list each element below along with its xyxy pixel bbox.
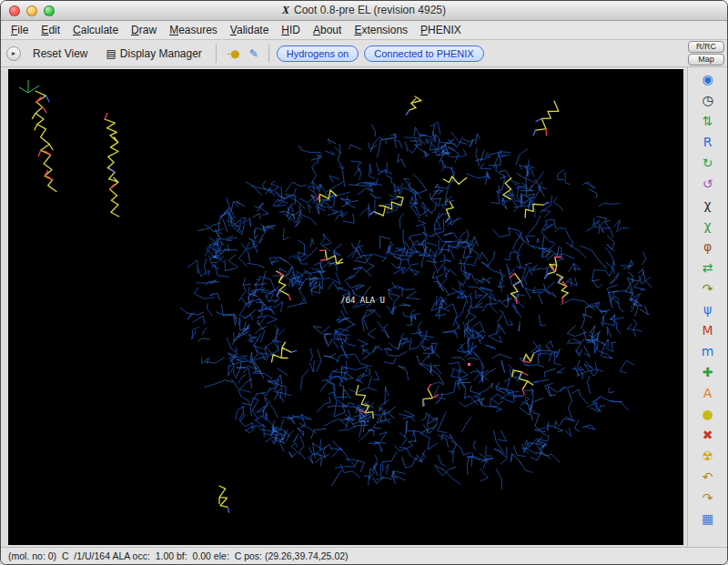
graphics-canvas[interactable]: /64 ALA U [8, 69, 683, 545]
menu-file[interactable]: File [5, 22, 35, 38]
modelling-toolbar: ◉ ◷ ⇅ R ↻ ↺ χ χ φ ⇄ ↷ ψ [687, 67, 727, 547]
regularize-zone-icon[interactable]: ⇅ [692, 110, 724, 131]
titlebar[interactable]: XCoot 0.8-pre EL (revision 4925) [1, 1, 727, 21]
go-to-ligand-icon[interactable]: ✎ [247, 45, 261, 62]
auto-fit-rotamer-icon[interactable]: ↺ [692, 173, 724, 194]
menu-hid[interactable]: HID [275, 22, 307, 38]
toolbar-separator [216, 45, 217, 63]
density-mesh-svg [8, 69, 683, 545]
rotamers-icon[interactable]: χ [692, 194, 724, 215]
display-manager-button[interactable]: ▤ Display Manager [99, 44, 207, 64]
rotate-translate-zone-icon[interactable]: ↻ [692, 152, 724, 173]
flip-peptide-icon[interactable]: ⇄ [692, 257, 724, 277]
clear-pending-picks-icon[interactable]: ✖ [692, 424, 724, 445]
menu-phenix[interactable]: PHENIX [414, 22, 468, 38]
mutate-autofit-icon[interactable]: M [692, 319, 724, 340]
right-top-buttons: R/RC Map [685, 40, 727, 66]
add-alt-conf-icon[interactable]: A [692, 382, 724, 403]
menubar: File Edit Calculate Draw Measures Valida… [1, 21, 727, 40]
model-fit-refine-icon[interactable]: ◉ [692, 68, 724, 89]
edit-chi-angles-icon[interactable]: χ [692, 215, 724, 236]
menu-calculate[interactable]: Calculate [66, 22, 125, 38]
close-button[interactable] [9, 5, 20, 16]
statusbar-text: (mol. no: 0) C /1/U/164 ALA occ: 1.00 bf… [8, 550, 349, 561]
delete-item-icon[interactable]: ☢ [692, 445, 724, 466]
x11-app-icon: X [282, 4, 289, 16]
minimize-button[interactable] [26, 5, 37, 16]
main-area: /64 ALA U ◉ ◷ ⇅ R ↻ ↺ χ χ φ ⇄ [1, 67, 727, 547]
reset-view-button[interactable]: Reset View [26, 44, 94, 64]
rrc-button[interactable]: R/RC [688, 41, 724, 53]
toolbar: ▸ Reset View ▤ Display Manager -● ✎ Hydr [1, 40, 685, 66]
real-space-refine-clock-icon[interactable]: ◷ [692, 89, 724, 110]
menu-edit[interactable]: Edit [35, 22, 66, 38]
window-controls [9, 5, 55, 16]
zoom-button[interactable] [44, 5, 55, 16]
menu-measures[interactable]: Measures [163, 22, 224, 38]
display-manager-icon: ▤ [106, 47, 116, 60]
add-terminal-residue-icon[interactable]: ✚ [692, 361, 724, 382]
toolbar-icon-group: -● ✎ [224, 45, 261, 62]
place-atom-icon[interactable]: ● [692, 403, 724, 424]
map-button[interactable]: Map [688, 54, 724, 66]
hydrogens-toggle-button[interactable]: Hydrogens on [277, 45, 359, 62]
mesh-layer [180, 122, 652, 489]
torsion-general-icon[interactable]: φ [692, 236, 724, 257]
rigid-body-fit-icon[interactable]: R [692, 131, 724, 152]
undo-icon[interactable]: ↶ [692, 466, 724, 487]
go-to-atom-icon[interactable]: -● [224, 45, 243, 62]
reset-view-label: Reset View [33, 47, 87, 60]
menu-extensions[interactable]: Extensions [348, 22, 414, 38]
menu-validate[interactable]: Validate [224, 22, 276, 38]
ligand-builder-icon[interactable]: ▦ [692, 508, 724, 529]
menu-about[interactable]: About [307, 22, 348, 38]
menu-draw[interactable]: Draw [125, 22, 163, 38]
toolbar-row: ▸ Reset View ▤ Display Manager -● ✎ Hydr [1, 40, 727, 67]
edit-backbone-icon[interactable]: ψ [692, 298, 724, 319]
window-title-area: XCoot 0.8-pre EL (revision 4925) [1, 4, 727, 17]
toolbar-separator-2 [268, 45, 269, 63]
statusbar: (mol. no: 0) C /1/U/164 ALA occ: 1.00 bf… [1, 547, 727, 564]
display-manager-label: Display Manager [120, 47, 202, 60]
window-title: Coot 0.8-pre EL (revision 4925) [294, 4, 446, 16]
redo-icon[interactable]: ↷ [692, 487, 724, 508]
sidechain-flip-icon[interactable]: ↷ [692, 277, 724, 298]
simple-mutate-icon[interactable]: m [692, 340, 724, 361]
phenix-connection-button[interactable]: Connected to PHENIX [364, 45, 483, 62]
custom-button-group: Hydrogens on Connected to PHENIX [277, 45, 484, 62]
coot-window: XCoot 0.8-pre EL (revision 4925) File Ed… [0, 0, 728, 565]
toolbar-overflow-button[interactable]: ▸ [6, 46, 21, 61]
